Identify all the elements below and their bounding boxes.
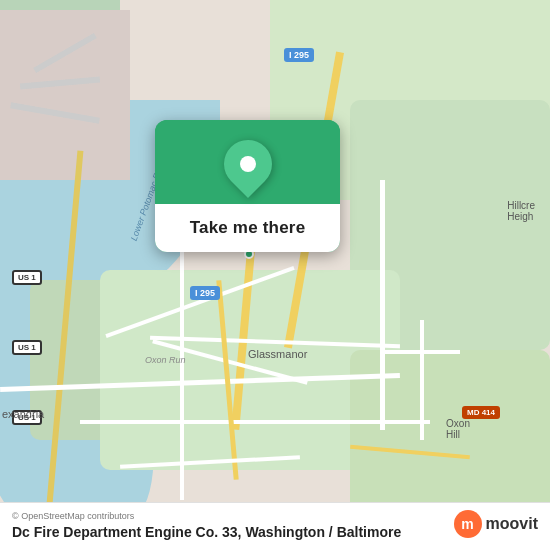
popup-icon-area [155, 120, 340, 204]
moovit-logo-text: moovit [486, 515, 538, 533]
label-oxon-hill: OxonHill [446, 418, 470, 440]
road-right-v [420, 320, 424, 440]
location-pin-icon [214, 130, 282, 198]
route-badge-us1-mid: US 1 [12, 340, 42, 355]
road-h2 [80, 420, 430, 424]
location-pin-inner [240, 156, 256, 172]
route-badge-i295-mid: I 295 [190, 286, 220, 300]
moovit-icon: m [454, 510, 482, 538]
airport-area [0, 10, 130, 180]
moovit-icon-letter: m [461, 516, 473, 532]
route-badge-us1-top: US 1 [12, 270, 42, 285]
label-hillcrest: HillcreHeigh [507, 200, 535, 222]
label-alexandria: exandria [2, 408, 44, 420]
place-name-text: Dc Fire Department Engine Co. 33, Washin… [12, 524, 333, 540]
route-badge-i295-top: I 295 [284, 48, 314, 62]
label-oxon-run: Oxon Run [145, 355, 186, 365]
road-v2 [380, 180, 385, 430]
popup-card: Take me there [155, 120, 340, 252]
map-container: I 295 I 295 US 1 US 1 US 1 MD 414 Lower … [0, 0, 550, 550]
popup-button-area[interactable]: Take me there [155, 204, 340, 252]
moovit-logo: m moovit [454, 510, 538, 538]
place-sub-text: Baltimore [337, 524, 402, 540]
label-glassmanor: Glassmanor [248, 348, 307, 360]
take-me-there-button[interactable]: Take me there [190, 218, 306, 238]
map-background: I 295 I 295 US 1 US 1 US 1 MD 414 Lower … [0, 0, 550, 550]
